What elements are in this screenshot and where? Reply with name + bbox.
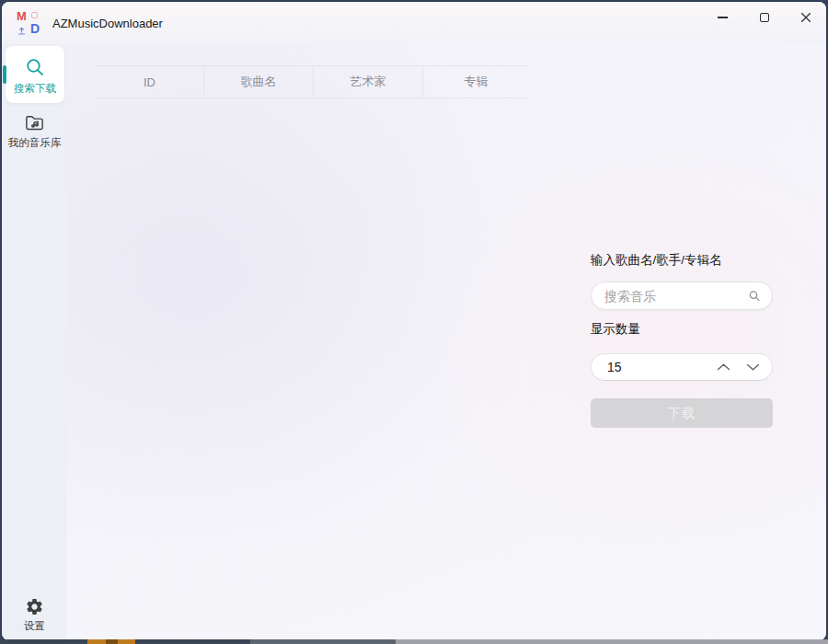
- close-icon: [800, 12, 811, 23]
- sidebar-item-label: 设置: [24, 619, 45, 633]
- count-field-label: 显示数量: [591, 321, 640, 338]
- logo-letter-m: M: [17, 9, 27, 23]
- taskbar-sliver: [250, 639, 396, 644]
- sidebar-item-label: 搜索下载: [14, 82, 56, 96]
- logo-upload-arrow-icon: [17, 27, 26, 35]
- taskbar-sliver: [0, 639, 87, 644]
- minimize-icon: [718, 17, 728, 17]
- logo-letter-d: D: [30, 21, 40, 36]
- active-indicator: [3, 65, 6, 84]
- taskbar-sliver: [135, 639, 250, 644]
- chevron-down-icon: [746, 363, 760, 371]
- app-logo-icon: M D: [17, 11, 40, 35]
- count-spinner[interactable]: 15: [591, 353, 773, 381]
- search-field-label: 输入歌曲名/歌手/专辑名: [591, 252, 722, 269]
- title-bar: M D AZMusicDownloader: [2, 2, 826, 44]
- main-content: ID 歌曲名 艺术家 专辑 输入歌曲名/歌手/专辑名 显示数量 15 下载: [67, 44, 826, 640]
- logo-square-icon: [31, 12, 38, 18]
- app-window: M D AZMusicDownloader 搜索下载: [2, 2, 826, 640]
- window-controls: [702, 2, 826, 33]
- sidebar-item-search-download[interactable]: 搜索下载: [6, 46, 64, 103]
- sidebar-item-settings[interactable]: 设置: [2, 597, 67, 633]
- maximize-button[interactable]: [743, 2, 785, 33]
- column-header-album: 专辑: [423, 66, 529, 98]
- search-input[interactable]: [592, 289, 748, 304]
- search-icon: [24, 57, 46, 79]
- search-input-icon: [748, 290, 761, 303]
- download-button[interactable]: 下载: [591, 398, 773, 428]
- minimize-button[interactable]: [702, 2, 743, 33]
- column-header-artist: 艺术家: [314, 66, 423, 98]
- taskbar-sliver: [396, 639, 828, 644]
- window-title: AZMusicDownloader: [52, 17, 163, 30]
- spinner-decrease-button[interactable]: [739, 354, 766, 380]
- sidebar-item-label: 我的音乐库: [8, 136, 62, 150]
- spinner-increase-button[interactable]: [709, 354, 737, 380]
- column-header-id: ID: [96, 66, 204, 98]
- chevron-up-icon: [717, 363, 730, 371]
- sidebar: 搜索下载 我的音乐库 设置: [2, 44, 67, 640]
- music-library-icon: [24, 112, 45, 133]
- sidebar-item-my-music-library[interactable]: 我的音乐库: [2, 112, 67, 150]
- count-value: 15: [592, 360, 709, 374]
- search-box: [591, 282, 773, 310]
- gear-icon: [25, 597, 44, 616]
- close-button[interactable]: [785, 2, 826, 33]
- maximize-icon: [760, 13, 769, 22]
- taskbar-sliver-icon: [87, 639, 135, 644]
- results-table-header: ID 歌曲名 艺术家 专辑: [96, 65, 529, 98]
- column-header-song: 歌曲名: [204, 66, 314, 98]
